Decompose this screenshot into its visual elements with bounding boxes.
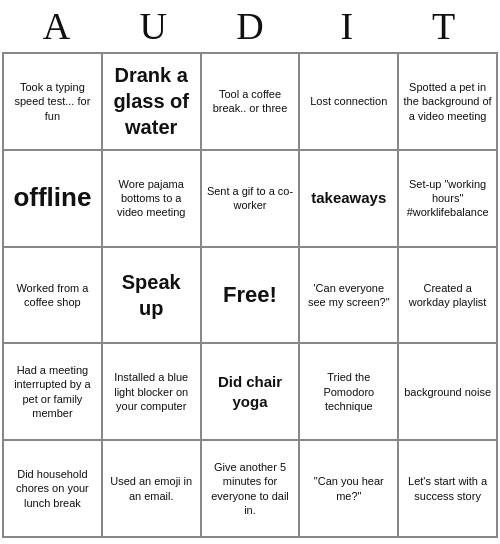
bingo-cell-7[interactable]: Sent a gif to a co-worker — [201, 150, 300, 247]
bingo-cell-19[interactable]: background noise — [398, 343, 497, 440]
bingo-cell-11[interactable]: Speak up — [102, 247, 201, 344]
bingo-cell-2[interactable]: Tool a coffee break.. or three — [201, 53, 300, 150]
bingo-cell-4[interactable]: Spotted a pet in the background of a vid… — [398, 53, 497, 150]
title-letter-t: T — [395, 4, 492, 48]
bingo-cell-22[interactable]: Give another 5 minutes for everyone to d… — [201, 440, 300, 537]
bingo-cell-17[interactable]: Did chair yoga — [201, 343, 300, 440]
bingo-cell-1[interactable]: Drank a glass of water — [102, 53, 201, 150]
title-letter-i: I — [298, 4, 395, 48]
bingo-grid: Took a typing speed test... for funDrank… — [2, 52, 498, 538]
title-letter-a: A — [8, 4, 105, 48]
bingo-cell-10[interactable]: Worked from a coffee shop — [3, 247, 102, 344]
bingo-cell-23[interactable]: "Can you hear me?" — [299, 440, 398, 537]
bingo-cell-18[interactable]: Tried the Pomodoro technique — [299, 343, 398, 440]
bingo-cell-6[interactable]: Wore pajama bottoms to a video meeting — [102, 150, 201, 247]
title-row: A U D I T — [0, 0, 500, 52]
bingo-cell-9[interactable]: Set-up "working hours" #worklifebalance — [398, 150, 497, 247]
bingo-cell-21[interactable]: Used an emoji in an email. — [102, 440, 201, 537]
title-letter-u: U — [105, 4, 202, 48]
bingo-cell-14[interactable]: Created a workday playlist — [398, 247, 497, 344]
bingo-cell-8[interactable]: takeaways — [299, 150, 398, 247]
bingo-cell-0[interactable]: Took a typing speed test... for fun — [3, 53, 102, 150]
bingo-cell-15[interactable]: Had a meeting interrupted by a pet or fa… — [3, 343, 102, 440]
title-letter-d: D — [202, 4, 299, 48]
bingo-cell-5[interactable]: offline — [3, 150, 102, 247]
bingo-cell-16[interactable]: Installed a blue light blocker on your c… — [102, 343, 201, 440]
bingo-cell-3[interactable]: Lost connection — [299, 53, 398, 150]
bingo-cell-20[interactable]: Did household chores on your lunch break — [3, 440, 102, 537]
bingo-cell-12[interactable]: Free! — [201, 247, 300, 344]
bingo-cell-13[interactable]: 'Can everyone see my screen?" — [299, 247, 398, 344]
bingo-cell-24[interactable]: Let's start with a success story — [398, 440, 497, 537]
